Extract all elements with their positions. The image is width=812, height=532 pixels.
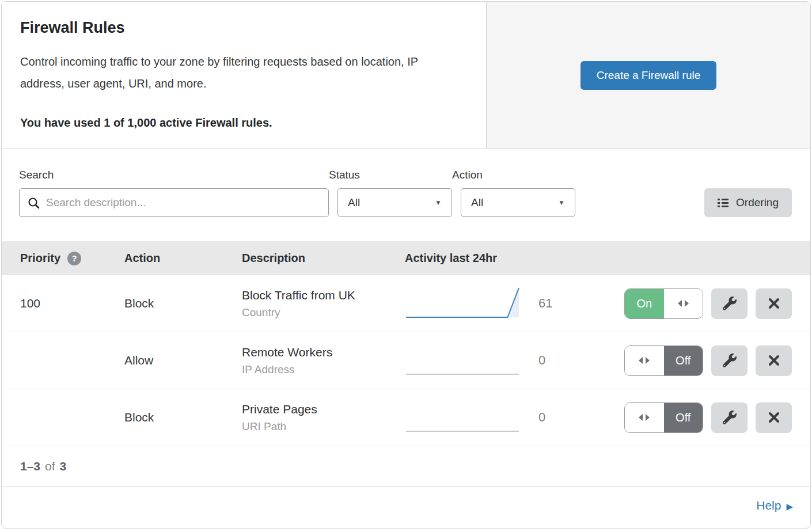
action-filter: Action All ▼	[452, 169, 575, 217]
usage-summary: You have used 1 of 1,000 active Firewall…	[20, 116, 468, 130]
ordering-button[interactable]: Ordering	[704, 188, 792, 217]
table-header: Priority ? Action Description Activity l…	[2, 241, 810, 275]
activity-sparkline	[405, 340, 523, 378]
row-controls: On	[624, 288, 792, 319]
description-cell: Private Pages URI Path	[242, 402, 405, 433]
search-icon	[27, 196, 41, 210]
table-row: 100 Block Block Traffic from UK Country …	[2, 275, 810, 332]
ordered-list-icon	[718, 199, 728, 207]
status-filter: Status All ▼	[329, 169, 452, 217]
help-link-label: Help	[756, 499, 781, 512]
activity-sparkline	[405, 283, 523, 321]
pagination-bar: 1–3 of 3	[2, 446, 810, 487]
search-box	[19, 188, 329, 217]
close-icon	[768, 298, 780, 309]
column-priority: Priority ?	[20, 252, 124, 265]
action-select-value: All	[471, 196, 483, 209]
delete-rule-button[interactable]	[756, 288, 792, 319]
row-controls: Off	[624, 345, 792, 376]
header-text-block: Firewall Rules Control incoming traffic …	[2, 2, 487, 149]
rule-description: Block Traffic from UK	[242, 288, 405, 302]
column-activity: Activity last 24hr	[405, 252, 497, 265]
create-firewall-rule-button[interactable]: Create a Firewall rule	[580, 61, 717, 90]
drag-handle-icon	[625, 346, 664, 375]
edit-rule-button[interactable]	[711, 402, 748, 433]
rule-match-type: URI Path	[242, 420, 405, 433]
help-question-icon[interactable]: ?	[67, 252, 81, 265]
action-label: Action	[452, 169, 575, 181]
search-filter: Search	[19, 169, 329, 217]
rule-toggle[interactable]: On	[624, 288, 703, 319]
edit-rule-button[interactable]	[711, 288, 748, 319]
rule-toggle[interactable]: Off	[624, 345, 703, 376]
page-title: Firewall Rules	[20, 19, 468, 37]
search-input[interactable]	[20, 189, 328, 216]
drag-handle-icon	[625, 403, 664, 432]
rule-toggle[interactable]: Off	[624, 402, 703, 433]
activity-count: 0	[523, 410, 592, 425]
pagination-total: 3	[60, 459, 67, 473]
description-cell: Remote Workers IP Address	[242, 345, 405, 376]
page-description: Control incoming traffic to your zone by…	[20, 51, 464, 94]
toggle-off-label: Off	[664, 346, 703, 375]
toggle-off-label: Off	[664, 403, 703, 432]
activity-cell	[405, 283, 523, 324]
priority-header-label: Priority	[20, 252, 60, 265]
status-select[interactable]: All ▼	[337, 188, 452, 217]
header-section: Firewall Rules Control incoming traffic …	[2, 2, 810, 149]
rule-match-type: IP Address	[242, 363, 405, 376]
action-cell: Block	[124, 297, 242, 310]
action-cell: Allow	[124, 354, 242, 367]
chevron-down-icon: ▼	[435, 199, 442, 207]
activity-count: 0	[523, 353, 592, 368]
chevron-down-icon: ▼	[558, 199, 565, 207]
activity-cell	[405, 397, 523, 438]
status-select-value: All	[348, 196, 360, 209]
row-controls: Off	[624, 402, 792, 433]
wrench-icon	[723, 411, 737, 424]
firewall-rules-panel: Firewall Rules Control incoming traffic …	[1, 1, 811, 529]
arrow-right-icon: ▶	[786, 501, 793, 511]
rule-match-type: Country	[242, 306, 405, 319]
drag-handle-icon	[664, 289, 703, 318]
activity-sparkline	[405, 397, 523, 435]
action-select[interactable]: All ▼	[461, 188, 575, 217]
rule-description: Private Pages	[242, 402, 405, 416]
help-bar: Help ▶	[2, 487, 810, 524]
rule-description: Remote Workers	[242, 345, 405, 359]
status-label: Status	[329, 169, 452, 181]
wrench-icon	[723, 297, 737, 310]
close-icon	[768, 412, 780, 423]
search-label: Search	[19, 169, 329, 181]
activity-count: 61	[523, 296, 592, 311]
table-row: Allow Remote Workers IP Address 0 Off	[2, 332, 810, 389]
toggle-on-label: On	[625, 289, 664, 318]
ordering-button-label: Ordering	[736, 196, 779, 209]
pagination-of-label: of	[45, 459, 55, 473]
priority-cell: 100	[20, 297, 124, 310]
edit-rule-button[interactable]	[711, 345, 748, 376]
filter-bar: Search Status All ▼ Action All ▼	[2, 149, 810, 241]
table-row: Block Private Pages URI Path 0 Off	[2, 389, 810, 446]
wrench-icon	[723, 354, 737, 367]
activity-cell	[405, 340, 523, 381]
header-action-panel: Create a Firewall rule	[487, 2, 810, 149]
description-cell: Block Traffic from UK Country	[242, 288, 405, 319]
action-cell: Block	[124, 411, 242, 424]
delete-rule-button[interactable]	[756, 402, 792, 433]
column-description: Description	[242, 252, 405, 265]
close-icon	[768, 355, 780, 366]
delete-rule-button[interactable]	[756, 345, 792, 376]
column-action: Action	[124, 252, 242, 265]
pagination-range: 1–3	[20, 459, 40, 473]
help-link[interactable]: Help ▶	[756, 499, 793, 512]
